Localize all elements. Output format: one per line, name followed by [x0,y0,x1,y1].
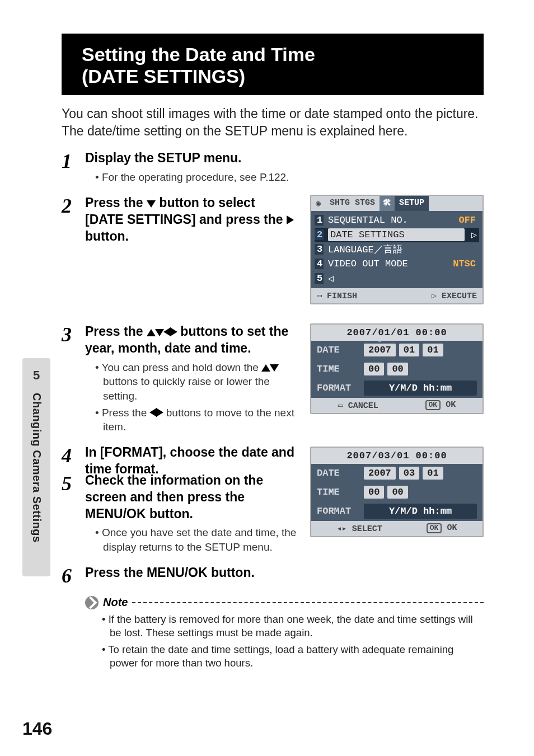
wrench-icon: 🛠 [380,196,395,211]
step-number: 1 [62,151,85,171]
setup-menu-screenshot: ◉ SHTG STGS 🛠 SETUP 1 SEQUENTIAL NO. OFF… [310,195,484,304]
note-block: Note • If the battery is removed for mor… [85,596,484,670]
intro-line-1: You can shoot still images with the time… [62,105,484,123]
step-number: 5 [62,473,85,494]
step-number: 3 [62,325,85,345]
page-number: 146 [22,719,52,739]
step-2: 2 Press the button to select [DATE SETTI… [62,195,484,316]
step-bullet: • For the operating procedure, see P.122… [95,170,484,185]
step-bullet: • Once you have set the date and time, t… [95,525,297,554]
side-tab-number: 5 [33,368,40,383]
menu-footer: ▭ FINISH ▷ EXECUTE [311,288,483,303]
menu-item-selected: 2 DATE SETTINGS ▷ [315,228,479,242]
right-arrow-icon [156,408,163,417]
up-arrow-icon [147,329,156,336]
note-item: • If the battery is removed for more tha… [102,613,484,640]
side-tab-label: Changing Camera Settings [30,393,43,543]
ds-header: 2007/01/01 00:00 [311,325,483,341]
tab-shtg: SHTG STGS [325,196,380,211]
step-heading: Press the MENU/OK button. [85,565,484,581]
down-arrow-icon [155,329,164,336]
side-tab: 5 Changing Camera Settings [22,358,50,576]
menu-tab-bar: ◉ SHTG STGS 🛠 SETUP [311,196,483,211]
down-arrow-icon [270,364,279,372]
tab-setup: SETUP [395,196,429,211]
ds-date-row: DATE 2007 01 01 [311,341,483,360]
step-heading: Press the buttons to set the year, month… [85,323,297,357]
down-arrow-icon [147,200,156,208]
step-bullet: • Press the buttons to move to the next … [95,406,297,434]
up-arrow-icon [261,364,270,372]
title-line-1: Setting the Date and Time [82,44,471,65]
execute-arrow-icon: ▷ [469,229,479,241]
note-icon [85,596,99,609]
date-settings-screenshot-1: 2007/01/01 00:00 DATE 2007 01 01 TIME 00… [310,323,484,414]
menu-item: 4 VIDEO OUT MODE NTSC [315,257,479,271]
menu-item: 5 ◁ [315,271,479,286]
intro-text: You can shoot still images with the time… [62,105,484,140]
step-bullet: • You can press and hold down the button… [95,360,297,403]
step-6: 6 Press the MENU/OK button. [62,565,484,586]
ds-footer: ▭ CANCEL OK OK [311,398,483,413]
step-1: 1 Display the SETUP menu. • For the oper… [62,150,484,187]
menu-item: 3 LANGUAGE／言語 [315,242,479,257]
step-number: 6 [62,566,85,586]
step-3: 3 Press the buttons to set the year, mon… [62,323,484,436]
title-line-2: (DATE SETTINGS) [82,65,471,87]
right-arrow-icon [287,215,294,224]
page-title: Setting the Date and Time (DATE SETTINGS… [62,34,484,95]
menu-list: 1 SEQUENTIAL NO. OFF 2 DATE SETTINGS ▷ 3… [311,211,483,288]
ds-header: 2007/03/01 00:00 [311,448,483,464]
tab-left-icon: ◉ [311,196,325,211]
step-heading: Press the button to select [DATE SETTING… [85,195,297,245]
ds-time-row: TIME 00 00 [311,360,483,379]
note-label: Note [103,596,128,609]
ds-format-row: FORMAT Y/M/D hh:mm [311,379,483,398]
step-heading: Check the information on the screen and … [85,472,297,523]
step-heading: Display the SETUP menu. [85,150,484,167]
menu-item: 1 SEQUENTIAL NO. OFF [315,213,479,228]
step-number: 4 [62,445,85,466]
note-item: • To retain the date and time settings, … [102,643,484,670]
dash-line [132,602,484,603]
intro-line-2: The date/time setting on the SETUP menu … [62,123,484,140]
step-number: 2 [62,196,85,216]
ok-icon: OK [425,400,441,410]
